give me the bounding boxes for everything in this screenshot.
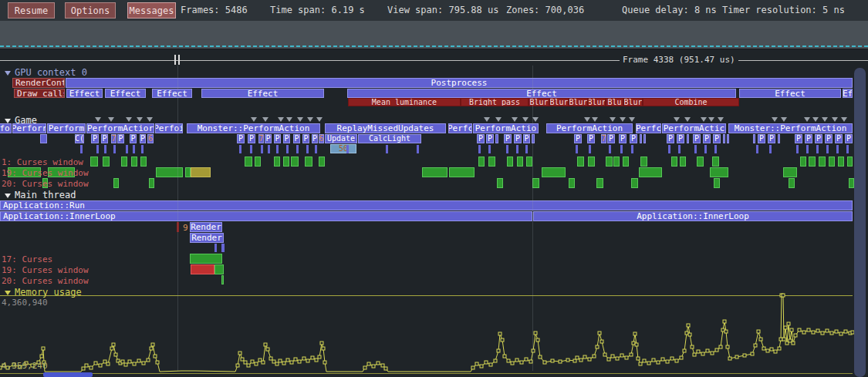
zone-game-small[interactable]: CalcLight <box>358 134 421 143</box>
zone-game-small[interactable]: P <box>514 134 522 143</box>
zone-curses[interactable] <box>507 157 513 167</box>
message-marker-icon[interactable] <box>286 117 292 122</box>
zone-curses[interactable] <box>847 157 853 167</box>
zone-tick[interactable] <box>620 145 623 153</box>
thread-label-curses-20-main[interactable]: 20: Curses window <box>2 276 89 286</box>
zone-effect[interactable]: Effect <box>739 89 841 98</box>
zone-game-small[interactable]: P <box>825 134 833 143</box>
zone-render[interactable]: Render <box>190 233 224 243</box>
zone-curses[interactable] <box>113 178 119 188</box>
zone-curses-slow[interactable] <box>191 167 211 177</box>
zone-tick[interactable] <box>296 145 299 153</box>
zone-curses[interactable] <box>714 178 720 188</box>
message-marker-icon[interactable] <box>108 117 114 122</box>
message-marker-icon[interactable] <box>832 117 838 122</box>
zone-game-small[interactable] <box>40 134 47 143</box>
message-marker-icon[interactable] <box>126 117 132 122</box>
zone-tick[interactable] <box>816 145 819 153</box>
zone-game-small[interactable] <box>723 134 725 143</box>
zone-game-small[interactable]: P <box>607 134 615 143</box>
zone-tick[interactable] <box>694 145 697 153</box>
message-marker-icon[interactable] <box>307 117 313 122</box>
zone-gpu-pass[interactable]: Blur <box>588 98 606 106</box>
zone-gpu-pass[interactable]: Blur <box>569 98 588 106</box>
zone-curses[interactable] <box>319 157 325 167</box>
zone-game-small[interactable]: P <box>805 134 812 143</box>
zone-game-small[interactable]: P <box>91 134 99 143</box>
zone-curses[interactable] <box>542 167 566 177</box>
zone-tick[interactable] <box>239 145 241 153</box>
zone-curses[interactable] <box>838 157 844 167</box>
zone-tick[interactable] <box>756 145 758 153</box>
zone-tick[interactable] <box>506 145 508 153</box>
zone-game-small[interactable]: P <box>312 134 318 143</box>
options-button[interactable]: Options <box>65 2 116 19</box>
message-marker-icon[interactable] <box>701 117 707 122</box>
zone-game-small[interactable]: P <box>237 134 245 143</box>
zone-game-small[interactable]: P <box>504 134 512 143</box>
message-marker-icon[interactable] <box>781 117 787 122</box>
zone-curses[interactable] <box>569 178 575 188</box>
zone-curses[interactable] <box>623 157 629 167</box>
section-header-game[interactable]: Game <box>5 115 37 126</box>
zone-tick[interactable] <box>769 145 772 153</box>
message-marker-icon[interactable] <box>316 117 323 122</box>
zone-game-small[interactable]: P <box>667 134 674 143</box>
zone-game-small[interactable]: P <box>619 134 627 143</box>
zone-game-small[interactable]: P <box>283 134 290 143</box>
zone-effect[interactable]: Effect <box>152 89 192 98</box>
zone-effect[interactable]: Effect <box>201 89 324 98</box>
zone-game-small[interactable]: C( <box>75 134 84 143</box>
zone-tick[interactable] <box>386 145 388 153</box>
zone-game-small[interactable]: Update <box>325 134 357 143</box>
zone-game-small[interactable]: P <box>768 134 775 143</box>
zone-tick[interactable] <box>576 145 578 153</box>
zone-tick[interactable] <box>214 244 217 252</box>
zone-game-small[interactable]: P <box>703 134 711 143</box>
zone-curses[interactable] <box>532 178 539 188</box>
zone-game-small[interactable]: P <box>795 134 802 143</box>
zone-curses[interactable] <box>517 157 523 167</box>
zone-postprocess[interactable]: Postprocess <box>66 78 853 88</box>
thread-label-curses-20[interactable]: 20: Curses window <box>2 179 89 189</box>
zone-curses[interactable] <box>449 167 475 177</box>
zone-curses[interactable] <box>577 157 584 167</box>
zone-tick[interactable] <box>113 145 116 153</box>
zone-curses[interactable] <box>819 157 826 167</box>
zone-curses[interactable] <box>680 157 686 167</box>
zone-game-small[interactable] <box>643 134 646 143</box>
zone-tick[interactable] <box>488 145 491 153</box>
zone-gpu-pass[interactable]: Blu <box>606 98 623 106</box>
zone-tick[interactable] <box>221 244 225 252</box>
zone-tick[interactable] <box>276 145 279 153</box>
zone-tick[interactable] <box>104 145 106 153</box>
zone-curses[interactable] <box>526 157 532 167</box>
zone-game-small[interactable]: P <box>140 134 146 143</box>
zone-curses[interactable] <box>588 157 595 167</box>
zone-curses[interactable] <box>488 157 495 167</box>
zone-tick[interactable] <box>678 145 681 153</box>
zone-game[interactable]: PerformAction <box>546 123 633 133</box>
message-marker-icon[interactable] <box>95 117 101 122</box>
zone-game-small[interactable]: P <box>302 134 309 143</box>
zone-tick[interactable] <box>346 145 349 153</box>
message-marker-icon[interactable] <box>262 117 269 122</box>
zone-tick[interactable] <box>796 145 799 153</box>
message-marker-icon[interactable] <box>278 117 284 122</box>
zone-tick[interactable] <box>286 145 289 153</box>
zone-game-small[interactable]: P <box>477 134 485 143</box>
zone-game[interactable]: Perfoi <box>155 123 183 133</box>
zone-game[interactable]: Monster::PerformAction <box>187 123 320 133</box>
zone-game-small[interactable] <box>687 134 689 143</box>
zone-curses[interactable] <box>255 157 261 167</box>
section-header-gpu-context[interactable]: GPU context 0 <box>5 67 87 78</box>
zone-curses[interactable] <box>783 167 797 177</box>
zone-gpu-pass[interactable]: Mean luminance <box>348 98 461 106</box>
zone-tick[interactable] <box>268 145 270 153</box>
zone-game-small[interactable] <box>495 134 498 143</box>
zone-curses[interactable] <box>800 157 806 167</box>
zone-curses[interactable] <box>131 157 137 167</box>
zone-tick[interactable] <box>714 145 717 153</box>
zone-game-small[interactable]: P <box>630 134 637 143</box>
zone-curses[interactable] <box>829 157 835 167</box>
